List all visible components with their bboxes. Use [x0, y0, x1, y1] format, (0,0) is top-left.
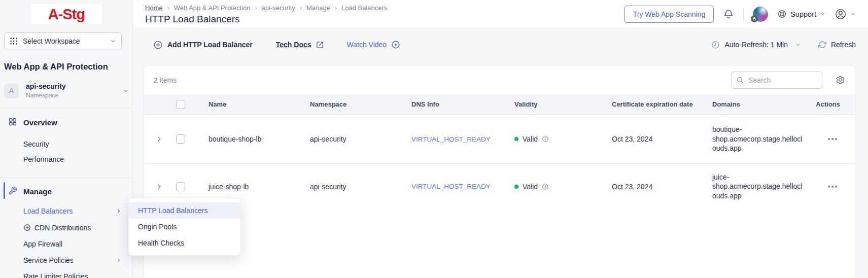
table-header-row: Name Namespace DNS Info Validity Certifi…	[144, 94, 855, 115]
page-title: HTTP Load Balancers	[145, 14, 387, 25]
sidebar-item-app-firewall[interactable]: App Firewall	[23, 240, 62, 248]
brand-logo: A-Stg	[31, 4, 102, 24]
items-count: 2 items	[154, 76, 177, 84]
lock-badge	[751, 15, 758, 22]
add-http-load-balancer-button[interactable]: Add HTTP Load Balancer	[153, 40, 253, 50]
support-icon	[777, 9, 787, 19]
refresh-button[interactable]: Refresh	[818, 41, 856, 49]
flyout-item-health-checks[interactable]: Health Checks	[129, 235, 240, 251]
info-icon[interactable]	[542, 135, 549, 143]
row-namespace: api-security	[310, 183, 411, 191]
sidebar-item-rate-limiter-policies[interactable]: Rate Limiter Policies	[23, 272, 88, 278]
chevron-down-icon	[850, 11, 856, 17]
auto-refresh-selector[interactable]: Auto-Refresh: 1 Min	[711, 41, 801, 49]
tech-docs-link[interactable]: Tech Docs	[276, 41, 324, 49]
row-expander-icon[interactable]	[156, 183, 163, 190]
wrench-icon	[8, 186, 18, 196]
column-header-dns-info[interactable]: DNS Info	[411, 100, 514, 108]
refresh-icon	[818, 41, 826, 49]
chevron-down-icon	[110, 38, 116, 44]
sidebar-divider	[0, 108, 132, 109]
try-web-app-scanning-button[interactable]: Try Web App Scanning	[624, 6, 714, 23]
sidebar-item-overview[interactable]: Overview	[0, 117, 133, 128]
column-header-cert-expiration[interactable]: Certificate expiration date	[612, 100, 712, 108]
info-icon[interactable]	[542, 183, 549, 190]
row-domains: juice-shop.acmecorp.stage.helloclouds.ap…	[712, 172, 805, 200]
support-menu[interactable]: Support	[777, 9, 825, 19]
chevron-down-icon	[795, 42, 801, 48]
namespace-name: api-security	[26, 83, 123, 90]
row-name: juice-shop-lb	[209, 183, 310, 191]
watch-video-label: Watch Video	[347, 41, 387, 49]
page-toolbar: Add HTTP Load Balancer Tech Docs Watch V…	[153, 39, 856, 51]
breadcrumb-waap[interactable]: Web App & API Protection	[174, 4, 251, 12]
row-actions-menu-button[interactable]	[827, 184, 838, 190]
app-root: A-Stg Select Workspace Web App & API Pro…	[0, 0, 868, 278]
notifications-button[interactable]	[723, 9, 734, 20]
namespace-selector[interactable]: A api-security Namespace	[4, 83, 129, 99]
load-balancers-flyout-menu: HTTP Load Balancers Origin Pools Health …	[128, 198, 241, 256]
breadcrumb-load-balancers[interactable]: Load Balancers	[341, 4, 387, 12]
namespace-label: Namespace	[26, 92, 123, 99]
play-circle-icon	[391, 40, 400, 49]
bell-icon	[723, 9, 734, 20]
flyout-item-origin-pools[interactable]: Origin Pools	[129, 219, 240, 235]
row-validity: Valid	[523, 183, 538, 191]
sidebar-item-manage-label: Manage	[23, 187, 52, 196]
breadcrumb-namespace[interactable]: api-security	[261, 4, 295, 12]
chevron-right-icon	[116, 257, 122, 263]
row-dns-info-link[interactable]: VIRTUAL_HOST_READY	[411, 135, 514, 143]
chevron-right-icon	[116, 208, 122, 214]
row-namespace: api-security	[310, 135, 411, 143]
brand-logo-text: A-Stg	[48, 6, 85, 23]
column-header-name[interactable]: Name	[209, 100, 310, 108]
table-row: boutique-shop-lb api-security VIRTUAL_HO…	[144, 115, 855, 163]
breadcrumb: Home › Web App & API Protection › api-se…	[145, 4, 387, 12]
column-header-namespace[interactable]: Namespace	[310, 100, 411, 108]
top-header: Home › Web App & API Protection › api-se…	[133, 0, 868, 28]
sidebar-item-service-policies[interactable]: Service Policies	[23, 256, 74, 264]
row-validity: Valid	[523, 135, 538, 143]
namespace-avatar: A	[4, 84, 19, 98]
user-menu[interactable]	[835, 8, 856, 20]
sidebar-item-cdn-distributions[interactable]: CDN Distributions	[34, 224, 91, 232]
sidebar-item-security[interactable]: Security	[23, 140, 49, 148]
overview-grid-icon	[8, 117, 18, 127]
row-cert-expiration: Oct 23, 2024	[612, 183, 712, 191]
sidebar-item-performance[interactable]: Performance	[23, 155, 64, 163]
column-header-validity[interactable]: Validity	[514, 100, 612, 108]
column-header-actions: Actions	[804, 100, 845, 108]
sidebar-item-manage[interactable]: Manage	[0, 186, 133, 197]
table-settings-button[interactable]	[836, 75, 845, 85]
tech-docs-label: Tech Docs	[276, 41, 311, 49]
external-link-icon	[316, 41, 324, 49]
search-input[interactable]	[731, 72, 822, 89]
row-expander-icon[interactable]	[156, 135, 163, 143]
select-all-checkbox[interactable]	[176, 100, 185, 109]
column-header-domains[interactable]: Domains	[712, 100, 804, 108]
chevron-down-icon	[820, 11, 825, 17]
tenant-avatar[interactable]	[753, 7, 768, 22]
watch-video-link[interactable]: Watch Video	[347, 40, 401, 49]
add-http-load-balancer-label: Add HTTP Load Balancer	[167, 41, 253, 49]
flyout-item-http-load-balancers[interactable]: HTTP Load Balancers	[129, 202, 240, 219]
row-actions-menu-button[interactable]	[827, 136, 838, 142]
workspace-selector-label: Select Workspace	[23, 37, 110, 45]
valid-status-dot	[514, 185, 518, 189]
row-cert-expiration: Oct 23, 2024	[612, 135, 712, 143]
plus-circle-icon	[153, 40, 163, 50]
user-icon	[835, 8, 847, 20]
try-web-app-scanning-label: Try Web App Scanning	[633, 10, 705, 18]
breadcrumb-manage[interactable]: Manage	[306, 4, 330, 12]
row-checkbox[interactable]	[176, 182, 185, 191]
breadcrumb-home[interactable]: Home	[145, 4, 163, 12]
row-dns-info-link[interactable]: VIRTUAL_HOST_READY	[411, 183, 514, 190]
workspace-selector[interactable]: Select Workspace	[4, 32, 122, 49]
support-label: Support	[790, 10, 816, 18]
row-name: boutique-shop-lb	[209, 135, 310, 143]
row-checkbox[interactable]	[176, 134, 185, 144]
sidebar-item-load-balancers[interactable]: Load Balancers	[23, 207, 73, 215]
sidebar-divider	[0, 178, 132, 178]
breadcrumb-separator: ›	[300, 5, 302, 12]
clock-icon	[711, 41, 720, 49]
